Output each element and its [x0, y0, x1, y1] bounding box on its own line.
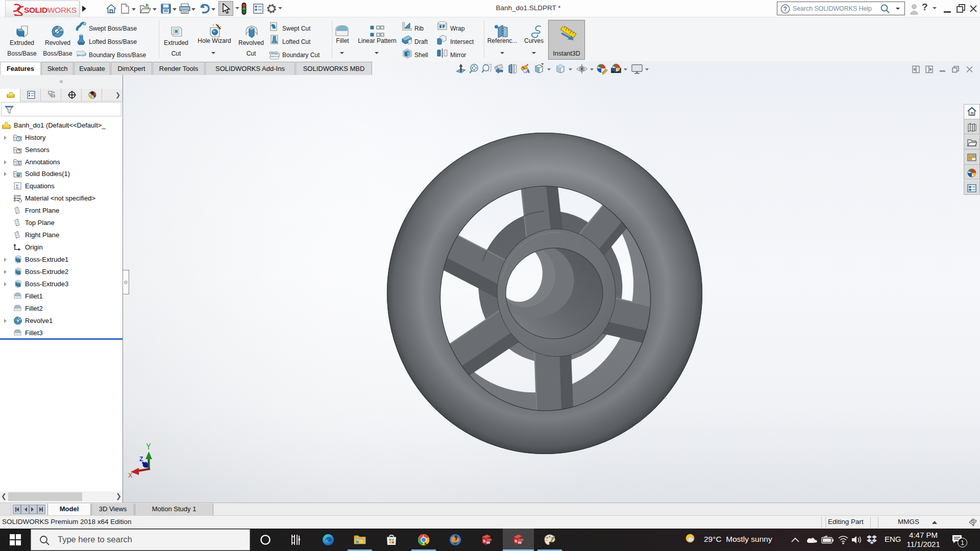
svg-text:X: X [128, 472, 133, 479]
svg-text:?: ? [783, 6, 787, 13]
svg-text:2018: 2018 [518, 539, 524, 541]
svg-text:2018: 2018 [486, 539, 492, 541]
svg-text:Σ: Σ [16, 184, 19, 189]
svg-text:S: S [483, 539, 486, 543]
svg-text:Z: Z [139, 456, 143, 463]
svg-text:S: S [514, 539, 518, 543]
svg-text:A: A [526, 68, 530, 74]
svg-text:A: A [17, 161, 20, 166]
